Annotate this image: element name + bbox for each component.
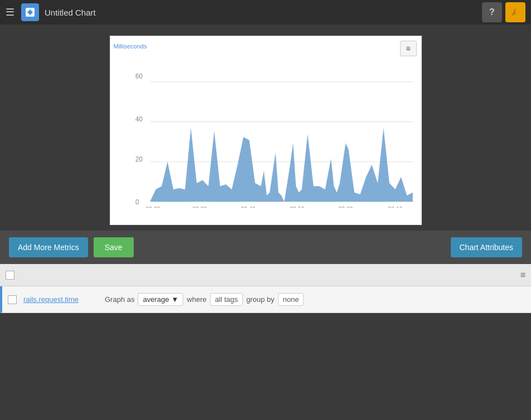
svg-text:0: 0 <box>135 198 139 206</box>
app-header: ☰ Untitled Chart ? <box>0 0 531 25</box>
svg-text:22:50: 22:50 <box>290 205 304 208</box>
page-title: Untitled Chart <box>45 8 482 17</box>
hamburger-icon[interactable]: ☰ <box>6 6 14 18</box>
metric-row: rails.request.time Graph as average ▼ wh… <box>0 286 531 313</box>
svg-marker-2 <box>515 8 520 17</box>
graph-as-label: Graph as <box>105 295 134 304</box>
all-tags-pill[interactable]: all tags <box>210 293 243 306</box>
chart-attributes-button[interactable]: Chart Attributes <box>451 237 523 257</box>
svg-text:22:40: 22:40 <box>241 205 255 208</box>
svg-text:60: 60 <box>135 72 143 80</box>
chart-menu-button[interactable]: ≡ <box>400 41 417 56</box>
help-button[interactable]: ? <box>482 2 502 22</box>
where-label: where <box>187 295 206 304</box>
svg-text:40: 40 <box>135 115 143 123</box>
group-by-label: group by <box>246 295 275 304</box>
chart-ylabel: Milliseconds <box>114 43 147 50</box>
add-more-metrics-button[interactable]: Add More Metrics <box>9 237 88 257</box>
save-button[interactable]: Save <box>94 237 134 257</box>
svg-marker-17 <box>150 128 413 202</box>
metrics-list-icon[interactable]: ≡ <box>520 270 525 280</box>
metric-checkbox[interactable] <box>8 295 17 304</box>
chart-container: Milliseconds ≡ 0 20 40 60 22:20 22:30 22… <box>0 25 531 231</box>
brand-icon <box>505 2 525 22</box>
svg-text:23:10: 23:10 <box>388 205 402 208</box>
group-by-none-pill[interactable]: none <box>278 293 304 306</box>
app-logo <box>21 3 39 21</box>
metrics-header-row: ≡ <box>0 264 531 286</box>
svg-text:22:30: 22:30 <box>192 205 207 208</box>
svg-text:20: 20 <box>135 155 143 163</box>
chart-box: Milliseconds ≡ 0 20 40 60 22:20 22:30 22… <box>110 36 422 225</box>
average-dropdown[interactable]: average ▼ <box>138 293 183 306</box>
toolbar: Add More Metrics Save Chart Attributes <box>0 231 531 264</box>
brand-logo-icon <box>509 6 522 19</box>
metric-name[interactable]: rails.request.time <box>23 295 101 304</box>
select-all-checkbox[interactable] <box>6 271 14 280</box>
svg-text:22:20: 22:20 <box>145 205 160 208</box>
dropdown-chevron-icon: ▼ <box>171 295 178 304</box>
svg-text:23:00: 23:00 <box>338 205 353 208</box>
logo-icon <box>25 7 36 18</box>
chart-svg: 0 20 40 60 22:20 22:30 22:40 22:50 23:00… <box>135 42 416 208</box>
